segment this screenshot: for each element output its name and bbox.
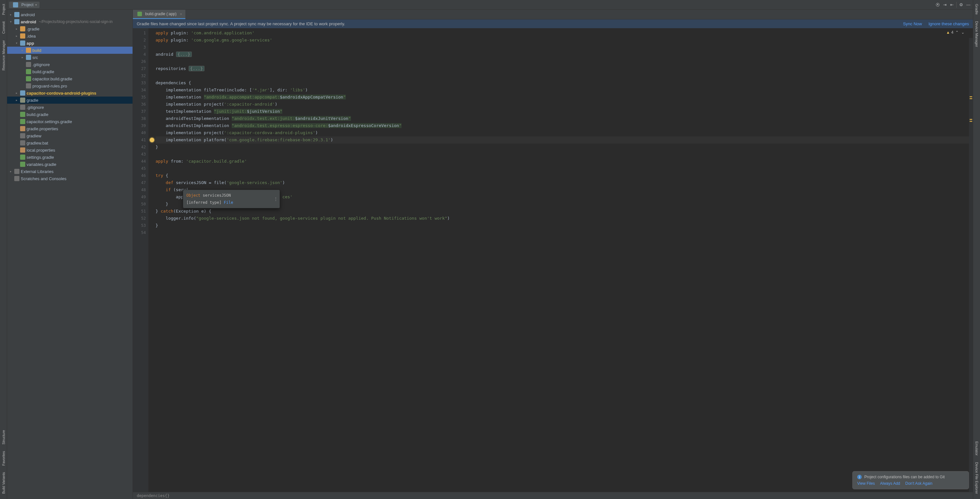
code-line[interactable]: [156, 165, 973, 172]
line-number[interactable]: 2: [134, 37, 146, 44]
tree-row[interactable]: local.properties: [7, 146, 132, 154]
tree-twisty-icon[interactable]: [8, 20, 13, 23]
code-line[interactable]: implementation fileTree(include: ['*.jar…: [156, 86, 973, 94]
breadcrumb-item[interactable]: dependencies{}: [137, 494, 170, 498]
tree-row[interactable]: settings.gradle: [7, 154, 132, 161]
code-line[interactable]: android {...}: [156, 51, 973, 58]
line-gutter[interactable]: 1234262732333435363738394041424344454647…: [133, 28, 148, 492]
stripe-mark[interactable]: [970, 96, 972, 97]
collapse-icon[interactable]: ⇤: [949, 2, 955, 8]
tree-row[interactable]: build.gradle: [7, 68, 132, 75]
code-line[interactable]: [156, 229, 973, 236]
code-line[interactable]: } catch(Exception e) {: [156, 208, 973, 215]
code-area[interactable]: apply plugin: 'com.android.application'a…: [148, 28, 973, 492]
line-number[interactable]: 26: [134, 58, 146, 65]
tree-row[interactable]: gradlew: [7, 132, 132, 139]
line-number[interactable]: 47: [134, 179, 146, 186]
tree-twisty-icon[interactable]: [8, 170, 13, 173]
right-tab-emulator[interactable]: Emulator: [974, 439, 979, 458]
code-line[interactable]: [156, 58, 973, 65]
next-highlight-icon[interactable]: ⌄: [961, 30, 965, 35]
locate-icon[interactable]: ⦿: [935, 2, 940, 8]
code-line[interactable]: implementation "androidx.appcompat:appco…: [156, 94, 973, 101]
editor-tab-build-gradle[interactable]: build.gradle (:app) ×: [133, 10, 185, 19]
tree-twisty-icon[interactable]: [8, 13, 13, 16]
code-line[interactable]: [156, 72, 973, 79]
tree-row[interactable]: .gitignore: [7, 61, 132, 68]
notif-view-files[interactable]: View Files: [857, 481, 875, 486]
right-tab-device-manager[interactable]: Device Manager: [974, 19, 979, 49]
inspection-widget[interactable]: ▲ 4 ⌃ ⌄: [946, 30, 965, 35]
stripe-mark[interactable]: [970, 98, 972, 99]
tree-twisty-icon[interactable]: [20, 56, 25, 59]
tree-row[interactable]: Scratches and Consoles: [7, 175, 132, 182]
line-number[interactable]: 45: [134, 165, 146, 172]
line-number[interactable]: 48: [134, 186, 146, 194]
left-tab-project[interactable]: Project: [1, 1, 6, 17]
code-line[interactable]: androidTestImplementation "androidx.test…: [156, 115, 973, 122]
tree-row[interactable]: capacitor.build.gradle: [7, 75, 132, 82]
line-number[interactable]: 54: [134, 229, 146, 236]
editor-breadcrumb[interactable]: dependencies{}: [133, 492, 973, 499]
tree-twisty-icon[interactable]: [14, 41, 19, 45]
right-tab-device-file-explorer[interactable]: Device File Explorer: [974, 459, 979, 496]
gear-icon[interactable]: ⚙: [959, 2, 964, 8]
tree-row[interactable]: gradlew.bat: [7, 139, 132, 146]
tree-row[interactable]: android~/Projects/blog-projects/ionic-so…: [7, 18, 132, 25]
notif-always-add[interactable]: Always Add: [880, 481, 900, 486]
line-number[interactable]: 33: [134, 79, 146, 86]
project-view-selector[interactable]: Project ▾: [9, 2, 40, 8]
hide-icon[interactable]: —: [966, 2, 971, 8]
tab-close-icon[interactable]: ×: [180, 12, 183, 16]
line-number[interactable]: 38: [134, 115, 146, 122]
tree-row[interactable]: variables.gradle: [7, 161, 132, 168]
line-number[interactable]: 43: [134, 151, 146, 158]
right-tab-gradle[interactable]: Gradle: [974, 1, 979, 17]
line-number[interactable]: 52: [134, 215, 146, 222]
line-number[interactable]: 3: [134, 44, 146, 51]
code-line[interactable]: implementation project(':capacitor-cordo…: [156, 129, 973, 137]
line-number[interactable]: 35: [134, 94, 146, 101]
code-line[interactable]: androidTestImplementation "androidx.test…: [156, 122, 973, 129]
tree-row[interactable]: gradle.properties: [7, 125, 132, 132]
tree-row[interactable]: .gitignore: [7, 104, 132, 111]
code-line[interactable]: }: [156, 143, 973, 151]
code-line[interactable]: apply from: 'capacitor.build.gradle': [156, 158, 973, 165]
line-number[interactable]: 46: [134, 172, 146, 179]
tree-twisty-icon[interactable]: [14, 34, 19, 38]
line-number[interactable]: 37: [134, 108, 146, 115]
line-number[interactable]: 34: [134, 86, 146, 94]
left-tab-build-variants[interactable]: Build Variants: [1, 469, 6, 496]
line-number[interactable]: 27: [134, 65, 146, 72]
line-number[interactable]: 4: [134, 51, 146, 58]
code-line[interactable]: implementation project(':capacitor-andro…: [156, 101, 973, 108]
tree-row[interactable]: External Libraries: [7, 168, 132, 175]
line-number[interactable]: 49: [134, 194, 146, 200]
tree-twisty-icon[interactable]: [14, 27, 19, 30]
line-number[interactable]: 53: [134, 222, 146, 229]
tree-row[interactable]: capacitor-cordova-android-plugins: [7, 89, 132, 97]
left-tab-favorites[interactable]: Favorites: [1, 448, 6, 468]
notif-dont-ask[interactable]: Don't Ask Again: [905, 481, 933, 486]
line-number[interactable]: 44: [134, 158, 146, 165]
tree-twisty-icon[interactable]: [14, 99, 19, 102]
tree-row[interactable]: app: [7, 40, 132, 47]
code-line[interactable]: logger.info("google-services.json not fo…: [156, 215, 973, 222]
project-tree[interactable]: androidandroid~/Projects/blog-projects/i…: [7, 10, 133, 499]
tree-row[interactable]: build.gradle: [7, 111, 132, 118]
code-line[interactable]: apply plugin: 'com.android.application': [156, 30, 973, 37]
line-number[interactable]: 50: [134, 200, 146, 208]
line-number[interactable]: 32: [134, 72, 146, 79]
stripe-mark[interactable]: [970, 119, 972, 120]
tree-row[interactable]: proguard-rules.pro: [7, 82, 132, 89]
left-tab-commit[interactable]: Commit: [1, 19, 6, 36]
tree-row[interactable]: .gradle: [7, 25, 132, 32]
tree-row[interactable]: src: [7, 54, 132, 61]
tree-twisty-icon[interactable]: [14, 91, 19, 95]
error-stripe[interactable]: [969, 38, 973, 492]
code-line[interactable]: }: [156, 222, 973, 229]
code-line[interactable]: dependencies {: [156, 79, 973, 86]
hint-type-link[interactable]: File: [224, 200, 233, 205]
hint-more-icon[interactable]: ⋮: [274, 195, 278, 202]
tree-row[interactable]: capacitor.settings.gradle: [7, 118, 132, 125]
